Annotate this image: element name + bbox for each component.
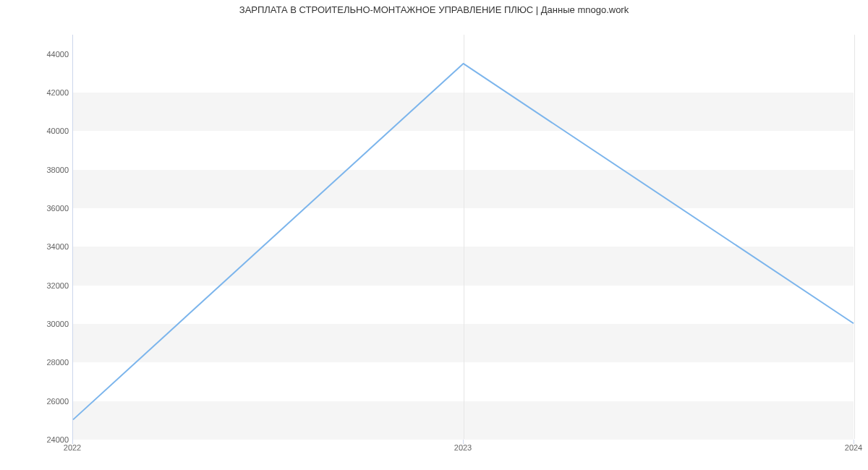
y-tick-label: 34000 (40, 242, 69, 251)
chart-container: ЗАРПЛАТА В СТРОИТЕЛЬНО-МОНТАЖНОЕ УПРАВЛЕ… (0, 0, 868, 470)
y-tick-label: 32000 (40, 281, 69, 290)
y-tick-label: 40000 (40, 127, 69, 135)
grid-line-vertical (854, 35, 855, 439)
chart-title: ЗАРПЛАТА В СТРОИТЕЛЬНО-МОНТАЖНОЕ УПРАВЛЕ… (0, 4, 868, 15)
line-series (73, 35, 854, 439)
y-tick-label: 38000 (40, 166, 69, 174)
x-tick-label: 2022 (64, 443, 81, 452)
x-tick-label: 2024 (845, 443, 862, 452)
y-tick-label: 42000 (40, 88, 69, 97)
y-tick-label: 26000 (40, 397, 69, 406)
y-tick-label: 28000 (40, 358, 69, 367)
y-tick-label: 44000 (40, 50, 69, 59)
y-tick-label: 30000 (40, 320, 69, 328)
x-tick-label: 2023 (454, 443, 472, 452)
line-path (73, 64, 854, 419)
plot-area (72, 35, 854, 440)
y-tick-label: 36000 (40, 204, 69, 213)
